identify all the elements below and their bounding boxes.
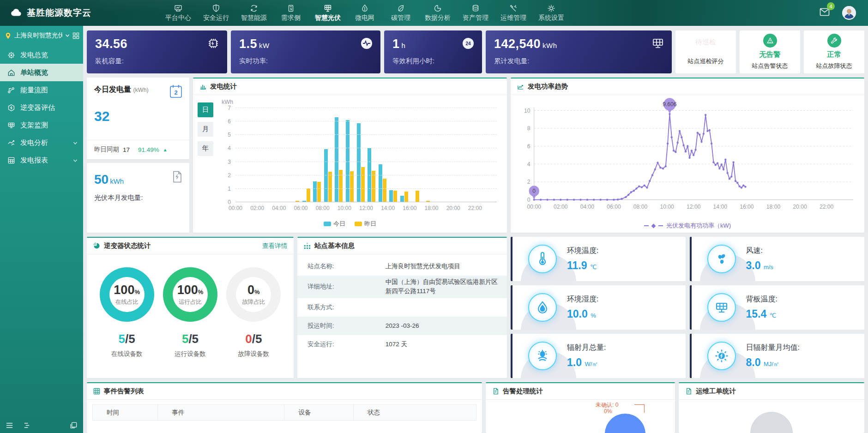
sidebar-item-generation-analysis[interactable]: 发电分析	[0, 134, 83, 151]
stats-row: 34.56 装机容量: 1.5kW 实时功率: 1h 等效利用小时: 24 14…	[87, 30, 864, 73]
card-work-order-stats: 运维工单统计	[679, 382, 864, 433]
charts-row: 今日发电量 (kWh) 2 32 昨日同期 17 91.49% ▲ 50kWh …	[87, 78, 864, 233]
panel-stand-icon	[7, 121, 15, 129]
top-navbar: 基胜能源数字云 平台中心 安全运行 智慧能源 需求侧 智慧光伏 微电网 碳管理 …	[0, 0, 868, 26]
fan-icon	[714, 252, 729, 266]
messages-button[interactable]: 4	[819, 6, 830, 19]
card-alarm-stats: 告警处理统计 未确认: 0 0%	[486, 382, 675, 433]
tab-day[interactable]: 日	[198, 102, 213, 117]
sidebar-item-bracket-monitor[interactable]: 支架监测	[0, 116, 83, 134]
nav-ops-mgmt[interactable]: 运维管理	[500, 4, 526, 22]
sun-icon	[714, 349, 729, 363]
bar-chart-icon	[199, 83, 206, 90]
alarm-status-value: 无告警	[759, 50, 781, 60]
inspection-watermark: 待巡检	[695, 38, 716, 47]
pv-monitor-icon	[651, 37, 664, 50]
col-device[interactable]: 设备	[284, 405, 354, 421]
nav-label: 微电网	[355, 14, 374, 22]
sidebar-item-generation-overview[interactable]: 发电总览	[0, 46, 83, 64]
view-details-link[interactable]: 查看详情	[262, 242, 287, 250]
stat-installed-capacity: 34.56 装机容量:	[87, 30, 227, 73]
nav-carbon[interactable]: 碳管理	[389, 4, 413, 22]
bottom-row: 事件告警列表 时间 事件 设备 状态 告警处理统计 未确认: 0 0%	[87, 382, 864, 433]
chevron-down-icon	[73, 141, 78, 145]
avatar[interactable]	[842, 6, 856, 20]
sidebar-item-label: 支架监测	[20, 121, 48, 130]
home-icon	[7, 69, 15, 77]
avatar-image	[842, 6, 856, 20]
thermometer-icon	[535, 252, 550, 266]
svg-text:0: 0	[527, 196, 530, 203]
nav-label: 系统设置	[538, 14, 564, 22]
svg-text:10: 10	[524, 107, 530, 114]
stat-value: 34.56	[95, 37, 127, 51]
col-status[interactable]: 状态	[354, 405, 476, 421]
tools-icon	[509, 4, 518, 12]
nav-demand-side[interactable]: 需求侧	[279, 4, 303, 22]
inspection-label: 站点巡检评分	[688, 57, 724, 66]
pie-chart-icon	[434, 4, 442, 12]
month-label: 光伏本月发电量:	[94, 193, 183, 202]
table-icon	[93, 388, 100, 395]
station-selector[interactable]: 上海良时智慧光伏...	[5, 31, 79, 40]
nav-smart-energy[interactable]: 智慧能源	[241, 4, 267, 22]
nav-asset-mgmt[interactable]: 资产管理	[463, 4, 488, 22]
sidebar-item-label: 发电报表	[20, 156, 48, 165]
tab-year[interactable]: 年	[198, 141, 213, 156]
col-time[interactable]: 时间	[93, 405, 158, 421]
col-event[interactable]: 事件	[158, 405, 284, 421]
nav-system-settings[interactable]: 系统设置	[538, 4, 564, 22]
stat-total-generation: 142,540kWh 累计发电量:	[486, 30, 672, 73]
stat-unit: kWh	[542, 42, 557, 49]
trend-legend[interactable]: 光伏发电有功功率（kW)	[511, 219, 864, 233]
legend-today[interactable]: 今日	[324, 220, 345, 228]
sidebar-item-inverter-eval[interactable]: 逆变器评估	[0, 99, 83, 116]
nav-label: 资产管理	[463, 14, 488, 22]
energy-doc-icon	[172, 170, 183, 183]
stat-label: 装机容量:	[95, 57, 219, 66]
today-title-unit: (kWh)	[133, 87, 148, 93]
clock-24-icon: 24	[462, 37, 475, 50]
nav-data-analysis[interactable]: 数据分析	[425, 4, 451, 22]
sensor-monthly-radiation: 辐射月总量: 1.0 W/㎡	[511, 334, 686, 378]
stat-value: 142,540	[494, 37, 541, 51]
meter-icon	[287, 4, 295, 12]
card-month-generation: 50kWh 光伏本月发电量:	[87, 163, 189, 233]
compare-label: 昨日同期	[94, 145, 119, 154]
svg-text:9.606: 9.606	[663, 101, 677, 108]
doc-icon	[492, 388, 499, 395]
stat-realtime-power: 1.5kW 实时功率:	[231, 30, 380, 73]
card-inspection-score: 待巡检 站点巡检评分	[675, 30, 736, 73]
outline-list-icon[interactable]	[24, 421, 31, 429]
sensor-humidity: 环境湿度: 10.0 %	[511, 285, 686, 330]
droplet-icon	[535, 300, 550, 315]
inverter-fault: 0% 故障占比 0/5 故障设备数	[226, 267, 281, 358]
app-title: 基胜能源数字云	[27, 7, 91, 19]
station-grid-icon[interactable]	[72, 32, 79, 39]
svg-text:24: 24	[465, 41, 471, 46]
sidebar-item-generation-report[interactable]: 发电报表	[0, 151, 83, 169]
legend-yesterday[interactable]: 昨日	[355, 220, 376, 228]
sidebar-item-station-overview[interactable]: 单站概览	[0, 64, 83, 81]
nav-smart-pv[interactable]: 智慧光伏	[315, 4, 341, 22]
svg-text:20:00: 20:00	[793, 203, 807, 210]
svg-text:08:00: 08:00	[633, 203, 648, 210]
period-tabs: 日 月 年	[198, 102, 213, 156]
shield-icon	[212, 4, 220, 12]
sidebar-item-energy-flow[interactable]: 能量流图	[0, 81, 83, 99]
sensor-backplane-temp: 背板温度: 15.4 ℃	[690, 285, 865, 330]
window-copy-icon[interactable]	[70, 421, 78, 429]
station-info-title: 站点基本信息	[314, 241, 355, 250]
cloud-logo-icon	[10, 7, 22, 19]
bar-chart-legend: 今日 昨日	[193, 220, 507, 228]
tab-month[interactable]: 月	[198, 122, 213, 137]
gear-icon	[547, 4, 555, 12]
events-table: 时间 事件 设备 状态	[92, 404, 476, 421]
nav-microgrid[interactable]: 微电网	[353, 4, 377, 22]
nav-safe-operation[interactable]: 安全运行	[203, 4, 229, 22]
nav-platform-center[interactable]: 平台中心	[165, 4, 191, 22]
grid-dots-icon	[304, 242, 311, 249]
collapse-menu-icon[interactable]	[6, 421, 13, 429]
inverter-icon	[7, 104, 15, 112]
events-title: 事件告警列表	[104, 387, 144, 396]
